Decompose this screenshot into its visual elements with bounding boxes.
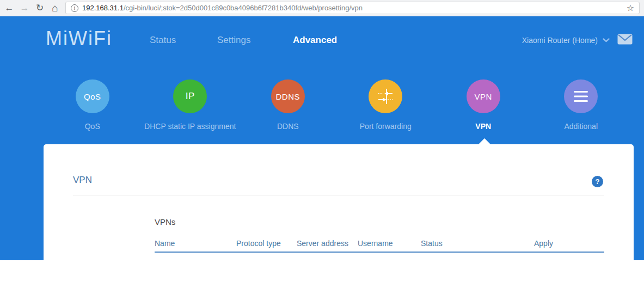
shortcut-label: QoS bbox=[85, 122, 100, 131]
shortcut-label: DDNS bbox=[277, 122, 299, 131]
reload-icon[interactable]: ↻ bbox=[35, 3, 45, 13]
url-path: /cgi-bin/luci/;stok=2d50d001c89c0ba4096b… bbox=[124, 4, 363, 12]
messages-button[interactable] bbox=[617, 34, 633, 47]
qos-icon[interactable]: QoS bbox=[76, 79, 109, 113]
tab-status[interactable]: Status bbox=[150, 35, 176, 46]
url-host: 192.168.31.1 bbox=[82, 4, 124, 12]
ddns-icon[interactable]: DDNS bbox=[271, 79, 305, 113]
miwifi-logo[interactable]: MiWiFi bbox=[46, 28, 112, 50]
page-title: VPN bbox=[73, 175, 92, 186]
vpn-panel: VPN ? VPNs Name Protocol type Server add… bbox=[44, 144, 634, 288]
dhcp-ip-icon[interactable]: IP bbox=[173, 79, 207, 113]
column-name: Name bbox=[155, 239, 175, 248]
back-icon[interactable]: ← bbox=[4, 3, 14, 13]
column-username: Username bbox=[358, 239, 393, 248]
port-forwarding-glyph-icon bbox=[376, 87, 395, 106]
menu-icon bbox=[573, 90, 589, 102]
qos-badge: QoS bbox=[84, 92, 101, 101]
router-selector-label: Xiaomi Router (Home) bbox=[522, 36, 598, 45]
shortcut-dhcp-static-ip[interactable]: IP DHCP static IP assignment bbox=[142, 79, 240, 131]
help-question-icon: ? bbox=[596, 177, 600, 186]
table-header-rule bbox=[155, 252, 604, 253]
vpn-icon[interactable]: VPN bbox=[467, 79, 500, 113]
url-bar[interactable]: i 192.168.31.1/cgi-bin/luci/;stok=2d50d0… bbox=[65, 2, 640, 14]
chevron-down-icon bbox=[603, 38, 610, 42]
ddns-badge: DDNS bbox=[275, 92, 300, 101]
router-selector[interactable]: Xiaomi Router (Home) bbox=[522, 36, 610, 45]
shortcut-label: Additional bbox=[565, 122, 598, 131]
page-info-icon[interactable]: i bbox=[71, 4, 78, 12]
tab-advanced[interactable]: Advanced bbox=[293, 35, 337, 46]
shortcut-qos[interactable]: QoS QoS bbox=[44, 79, 142, 131]
forward-icon[interactable]: → bbox=[20, 3, 29, 13]
vpn-badge: VPN bbox=[475, 92, 492, 101]
shortcut-ddns[interactable]: DDNS DDNS bbox=[239, 79, 337, 131]
vpn-table-header: Name Protocol type Server address Userna… bbox=[44, 239, 634, 251]
column-server-address: Server address bbox=[297, 239, 348, 248]
ip-badge: IP bbox=[186, 91, 195, 102]
envelope-icon bbox=[617, 34, 633, 45]
column-apply: Apply bbox=[534, 239, 553, 248]
shortcut-additional[interactable]: Additional bbox=[532, 79, 630, 131]
advanced-shortcuts: QoS QoS IP DHCP static IP assignment DDN… bbox=[44, 79, 630, 131]
column-status: Status bbox=[421, 239, 443, 248]
shortcut-port-forwarding[interactable]: Port forwarding bbox=[337, 79, 435, 131]
browser-toolbar: ← → ↻ ⌂ i 192.168.31.1/cgi-bin/luci/;sto… bbox=[0, 0, 644, 16]
tab-settings[interactable]: Settings bbox=[217, 35, 250, 46]
shortcut-vpn[interactable]: VPN VPN bbox=[434, 79, 532, 131]
column-protocol-type: Protocol type bbox=[236, 239, 281, 248]
help-button[interactable]: ? bbox=[592, 176, 603, 187]
panel-caret bbox=[479, 138, 490, 144]
bookmark-star-icon[interactable]: ☆ bbox=[627, 4, 634, 13]
url-text[interactable]: 192.168.31.1/cgi-bin/luci/;stok=2d50d001… bbox=[82, 4, 363, 12]
vpns-section-title: VPNs bbox=[155, 217, 175, 226]
title-divider bbox=[73, 195, 604, 195]
additional-icon[interactable] bbox=[564, 79, 598, 113]
port-forwarding-icon[interactable] bbox=[369, 79, 402, 113]
home-icon[interactable]: ⌂ bbox=[50, 3, 60, 13]
shortcut-label: DHCP static IP assignment bbox=[144, 122, 236, 131]
shortcut-label: Port forwarding bbox=[360, 122, 412, 131]
shortcut-label: VPN bbox=[475, 122, 491, 131]
